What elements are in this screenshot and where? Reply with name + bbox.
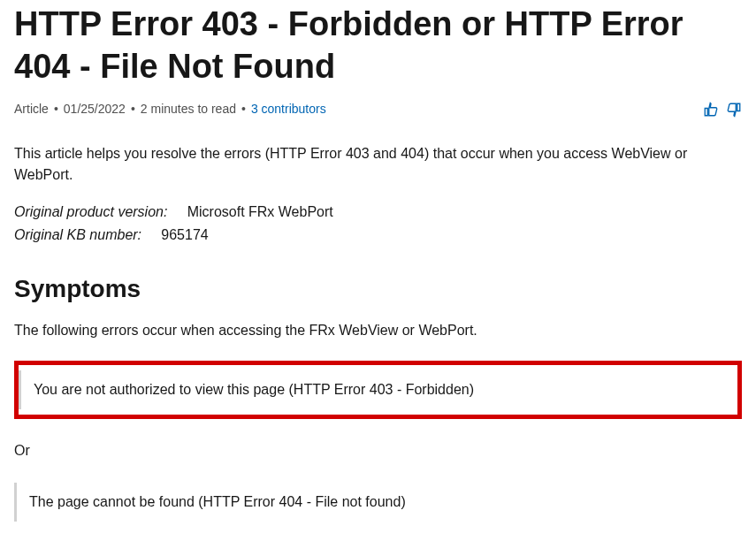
or-text: Or bbox=[14, 440, 742, 461]
meta-type: Article bbox=[14, 100, 49, 118]
meta-sep: • bbox=[54, 100, 58, 118]
kv-block: Original product version: Microsoft FRx … bbox=[14, 202, 742, 246]
meta-row: Article • 01/25/2022 • 2 minutes to read… bbox=[14, 100, 742, 118]
error-403-quote: You are not authorized to view this page… bbox=[19, 370, 723, 409]
error-404-quote: The page cannot be found (HTTP Error 404… bbox=[14, 483, 742, 522]
contributors-link[interactable]: 3 contributors bbox=[251, 100, 326, 118]
kb-number-row: Original KB number: 965174 bbox=[14, 225, 742, 246]
product-version-value: Microsoft FRx WebPort bbox=[187, 204, 333, 219]
meta-sep: • bbox=[241, 100, 246, 118]
feedback-icons bbox=[703, 102, 742, 118]
thumbs-up-icon[interactable] bbox=[703, 102, 719, 118]
product-version-label: Original product version: bbox=[14, 204, 167, 219]
thumbs-down-icon[interactable] bbox=[726, 102, 742, 118]
kb-number-label: Original KB number: bbox=[14, 227, 141, 242]
error-403-text: You are not authorized to view this page… bbox=[34, 382, 474, 397]
product-version-row: Original product version: Microsoft FRx … bbox=[14, 202, 742, 223]
error-404-text: The page cannot be found (HTTP Error 404… bbox=[29, 494, 406, 509]
symptoms-intro: The following errors occur when accessin… bbox=[14, 320, 742, 341]
error-404-wrap: The page cannot be found (HTTP Error 404… bbox=[14, 483, 742, 522]
meta-left: Article • 01/25/2022 • 2 minutes to read… bbox=[14, 100, 326, 118]
intro-paragraph: This article helps you resolve the error… bbox=[14, 143, 742, 186]
meta-reading-time: 2 minutes to read bbox=[141, 100, 236, 118]
kb-number-value: 965174 bbox=[161, 227, 208, 242]
meta-date: 01/25/2022 bbox=[64, 100, 126, 118]
highlighted-error-box: You are not authorized to view this page… bbox=[14, 361, 742, 419]
symptoms-heading: Symptoms bbox=[14, 270, 742, 308]
page-title: HTTP Error 403 - Forbidden or HTTP Error… bbox=[14, 4, 742, 88]
meta-sep: • bbox=[131, 100, 135, 118]
